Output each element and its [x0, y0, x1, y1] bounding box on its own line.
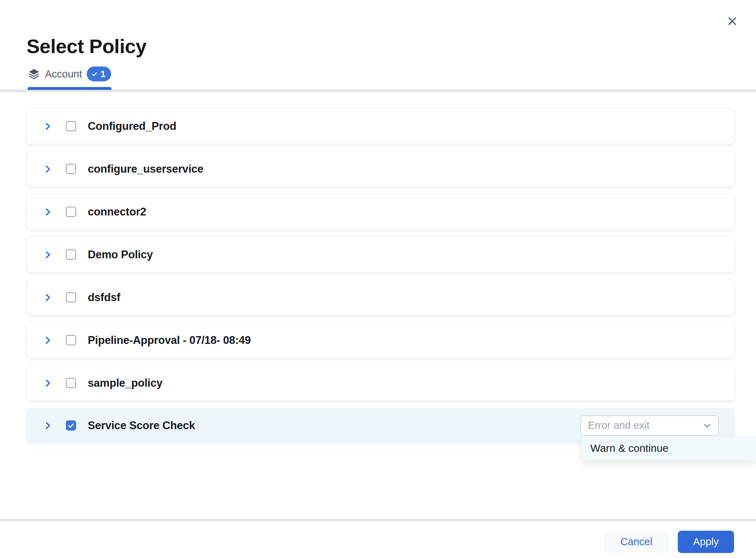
checkmark-icon: [67, 421, 75, 430]
severity-dropdown-menu: Warn & continue: [582, 436, 756, 460]
menu-item-warn-continue[interactable]: Warn & continue: [582, 436, 756, 460]
policy-name: Pipeline-Approval - 07/18- 08:49: [88, 334, 251, 347]
policy-checkbox[interactable]: [66, 164, 76, 174]
policy-name: dsfdsf: [88, 291, 120, 304]
cancel-button[interactable]: Cancel: [605, 531, 668, 553]
policy-name: sample_policy: [88, 377, 162, 390]
policy-checkbox[interactable]: [66, 335, 76, 345]
policy-list: Configured_Prod configure_userservice: [0, 0, 756, 559]
expand-chevron-icon[interactable]: [42, 335, 53, 346]
policy-name: Configured_Prod: [88, 120, 176, 133]
policy-checkbox[interactable]: [66, 378, 76, 388]
policy-name: Service Score Check: [88, 419, 195, 432]
policy-row[interactable]: Pipeline-Approval - 07/18- 08:49: [27, 322, 734, 358]
expand-chevron-icon[interactable]: [42, 249, 53, 260]
policy-checkbox[interactable]: [66, 249, 76, 260]
policy-row[interactable]: Demo Policy: [27, 237, 734, 272]
policy-name: configure_userservice: [88, 163, 204, 175]
policy-row[interactable]: dsfdsf: [27, 280, 734, 315]
policy-row[interactable]: sample_policy: [27, 365, 734, 401]
apply-button[interactable]: Apply: [678, 531, 734, 553]
expand-chevron-icon[interactable]: [42, 207, 53, 217]
policy-row[interactable]: configure_userservice: [27, 151, 734, 187]
expand-chevron-icon[interactable]: [42, 164, 53, 174]
severity-select[interactable]: Error and exit: [580, 415, 719, 436]
policy-row[interactable]: connector2: [27, 194, 734, 230]
policy-checkbox[interactable]: [66, 420, 76, 431]
policy-name: connector2: [88, 206, 146, 218]
expand-chevron-icon[interactable]: [42, 420, 53, 431]
policy-row[interactable]: Configured_Prod: [27, 108, 734, 144]
policy-checkbox[interactable]: [66, 292, 76, 302]
chevron-down-icon: [702, 420, 712, 431]
expand-chevron-icon[interactable]: [42, 378, 53, 388]
policy-checkbox[interactable]: [66, 121, 76, 131]
expand-chevron-icon[interactable]: [42, 292, 53, 303]
policy-checkbox[interactable]: [66, 207, 76, 217]
policy-name: Demo Policy: [88, 248, 153, 261]
active-tab-indicator: [28, 87, 111, 90]
expand-chevron-icon[interactable]: [42, 121, 53, 132]
severity-select-value: Error and exit: [588, 420, 649, 431]
footer-divider: [0, 519, 756, 521]
